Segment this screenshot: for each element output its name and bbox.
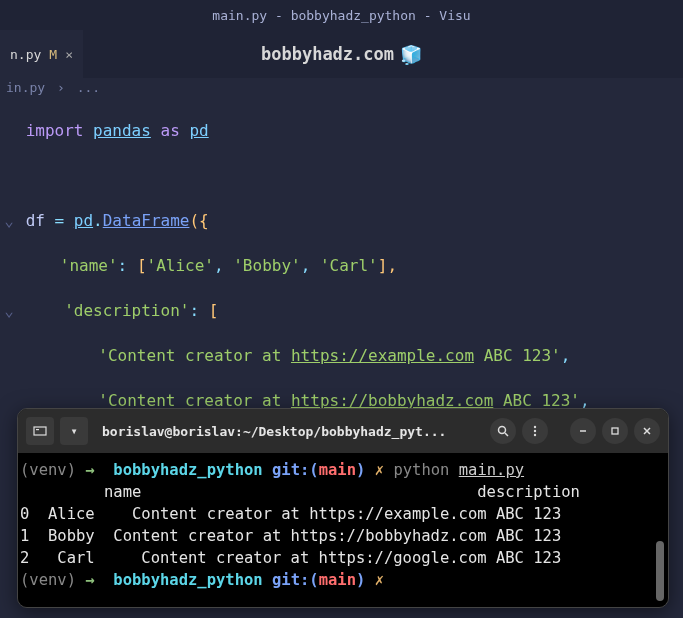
terminal-scrollbar[interactable] [656, 459, 664, 601]
table-row: name description [20, 483, 580, 501]
table-row: 0 Alice Content creator at https://examp… [20, 505, 561, 523]
watermark-text: bobbyhadz.com [261, 44, 394, 64]
tab-filename: n.py [10, 47, 41, 62]
scrollbar-thumb[interactable] [656, 541, 664, 601]
window-title-bar: main.py - bobbyhadz_python - Visu [0, 0, 683, 30]
svg-rect-0 [34, 427, 46, 435]
terminal-body[interactable]: (venv) → bobbyhadz_python git:(main) ✗ p… [18, 453, 668, 607]
minimize-button[interactable] [570, 418, 596, 444]
fold-icon[interactable]: ⌄ [2, 300, 16, 323]
breadcrumb-scope: ... [77, 80, 100, 95]
breadcrumb[interactable]: in.py › ... [0, 78, 683, 97]
tab-row: n.py M × bobbyhadz.com 🧊 [0, 30, 683, 78]
watermark-label: bobbyhadz.com 🧊 [261, 44, 422, 65]
terminal-window: ▾ borislav@borislav:~/Desktop/bobbyhadz_… [17, 408, 669, 608]
menu-icon[interactable] [522, 418, 548, 444]
window-title: main.py - bobbyhadz_python - Visu [212, 8, 470, 23]
tab-modified-indicator: M [49, 47, 57, 62]
close-icon[interactable]: × [65, 47, 73, 62]
editor-tab-main-py[interactable]: n.py M × [0, 30, 83, 78]
svg-line-3 [505, 433, 508, 436]
breadcrumb-file: in.py [6, 80, 45, 95]
svg-point-2 [499, 427, 506, 434]
new-tab-button[interactable] [26, 417, 54, 445]
table-row: 2 Carl Content creator at https://google… [20, 549, 561, 567]
fold-icon[interactable]: ⌄ [2, 615, 16, 619]
svg-point-5 [534, 430, 536, 432]
chevron-right-icon: › [57, 80, 65, 95]
fold-icon[interactable]: ⌄ [2, 210, 16, 233]
svg-rect-8 [612, 428, 618, 434]
close-button[interactable] [634, 418, 660, 444]
svg-point-4 [534, 426, 536, 428]
svg-rect-1 [36, 429, 39, 430]
cube-icon: 🧊 [400, 44, 422, 65]
svg-point-6 [534, 434, 536, 436]
search-icon[interactable] [490, 418, 516, 444]
dropdown-button[interactable]: ▾ [60, 417, 88, 445]
table-row: 1 Bobby Content creator at https://bobby… [20, 527, 561, 545]
terminal-title: borislav@borislav:~/Desktop/bobbyhadz_py… [94, 424, 484, 439]
terminal-titlebar: ▾ borislav@borislav:~/Desktop/bobbyhadz_… [18, 409, 668, 453]
maximize-button[interactable] [602, 418, 628, 444]
